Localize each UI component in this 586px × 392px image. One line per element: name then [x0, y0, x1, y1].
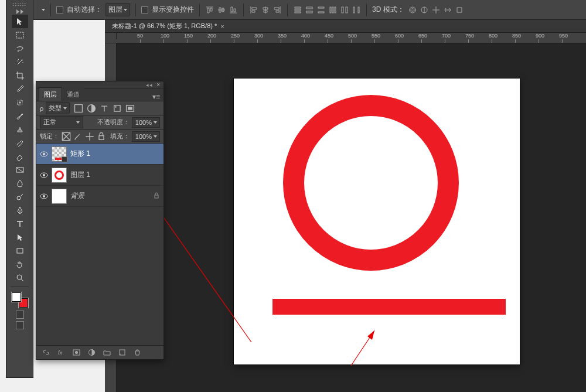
pan-3d-icon[interactable] [431, 5, 441, 15]
toolbox-collapse[interactable] [6, 9, 33, 15]
svg-point-40 [43, 153, 45, 155]
distribute-bottom-icon[interactable] [316, 5, 326, 15]
layer-name[interactable]: 背景 [70, 191, 84, 201]
lock-position-icon[interactable] [85, 132, 94, 141]
align-vcenter-icon[interactable] [217, 5, 226, 15]
distribute-right-icon[interactable] [352, 5, 361, 15]
blend-mode-dropdown[interactable]: 正常 [40, 116, 83, 128]
orbit-3d-icon[interactable] [408, 5, 417, 15]
type-tool[interactable] [12, 217, 28, 230]
panel-menu-icon[interactable]: ▾≡ [152, 93, 160, 101]
roll-3d-icon[interactable] [420, 5, 429, 15]
visibility-toggle-icon[interactable] [40, 171, 48, 179]
svg-rect-45 [155, 195, 158, 198]
align-hcenter-icon[interactable] [261, 5, 270, 15]
layer-row-background[interactable]: 背景 [36, 186, 163, 207]
fill-input[interactable]: 100% [132, 131, 160, 142]
viewport[interactable] [117, 43, 586, 392]
quickmask-toggle[interactable] [16, 311, 24, 319]
eyedropper-tool[interactable] [12, 82, 28, 96]
document-tab[interactable]: 未标题-1 @ 66.7% (矩形 1, RGB/8) * × [108, 20, 228, 32]
svg-rect-8 [332, 7, 333, 13]
align-bottom-icon[interactable] [229, 5, 238, 15]
path-selection-tool[interactable] [12, 230, 28, 244]
toolbox-grip[interactable]: ∷∷∷ [13, 2, 27, 8]
opacity-input[interactable]: 100% [132, 117, 160, 128]
align-top-icon[interactable] [205, 5, 214, 15]
filter-type-dropdown[interactable]: 类型 [46, 102, 70, 114]
svg-point-15 [410, 9, 415, 11]
layer-filter-row: ρ 类型 [36, 101, 163, 115]
layer-row-rect1[interactable]: 矩形 1 [36, 144, 163, 165]
distribute-top-icon[interactable] [293, 5, 302, 15]
lock-transparent-icon[interactable] [62, 132, 71, 141]
visibility-toggle-icon[interactable] [40, 150, 48, 158]
filter-shape-icon[interactable] [112, 104, 122, 113]
align-right-icon[interactable] [272, 5, 282, 15]
filter-adjust-icon[interactable] [86, 104, 97, 113]
screenmode-toggle[interactable] [16, 321, 24, 329]
layer-thumbnail[interactable] [52, 146, 67, 162]
layer-mask-icon[interactable] [71, 348, 81, 357]
close-panel-icon[interactable]: × [156, 81, 160, 88]
color-swatches[interactable] [11, 292, 29, 308]
filter-type-icon[interactable] [99, 104, 110, 113]
layer-thumbnail[interactable] [52, 168, 67, 183]
layer-name[interactable]: 矩形 1 [70, 149, 90, 159]
lasso-tool[interactable] [12, 42, 28, 55]
auto-select-checkbox[interactable] [56, 6, 63, 13]
dodge-tool[interactable] [12, 190, 28, 203]
zoom-tool[interactable] [12, 271, 28, 284]
crop-tool[interactable] [12, 69, 28, 82]
history-brush-tool[interactable] [12, 136, 28, 149]
move-tool[interactable] [12, 15, 28, 28]
magic-wand-tool[interactable] [12, 55, 28, 69]
divider [366, 4, 367, 16]
hand-tool[interactable] [12, 257, 28, 271]
ruler-horizontal[interactable]: 0501001502002503003504004505005506006507… [117, 33, 586, 43]
svg-rect-12 [353, 7, 355, 13]
collapse-arrows-icon[interactable]: ◂◂ [146, 82, 153, 88]
layer-row-layer1[interactable]: 图层 1 [36, 165, 163, 186]
filter-pixel-icon[interactable] [73, 104, 84, 113]
auto-select-target-dropdown[interactable]: 图层 [105, 3, 130, 16]
layer-thumbnail[interactable] [52, 189, 67, 204]
layer-name[interactable]: 图层 1 [70, 170, 90, 180]
svg-point-25 [18, 50, 19, 52]
show-transform-checkbox[interactable] [141, 6, 148, 13]
layer-style-icon[interactable]: fx [56, 348, 66, 357]
delete-layer-icon[interactable] [132, 348, 142, 357]
scale-3d-icon[interactable] [455, 5, 464, 15]
clone-stamp-tool[interactable] [12, 122, 28, 136]
close-tab-icon[interactable]: × [220, 23, 224, 30]
visibility-toggle-icon[interactable] [40, 192, 48, 200]
distribute-left-icon[interactable] [328, 5, 338, 15]
new-layer-icon[interactable] [117, 348, 127, 357]
link-layers-icon[interactable] [41, 348, 50, 357]
svg-rect-38 [99, 135, 104, 139]
distribute-vcenter-icon[interactable] [305, 5, 314, 15]
rectangle-tool[interactable] [12, 244, 28, 257]
lock-all-icon[interactable] [97, 132, 106, 141]
lock-image-icon[interactable] [73, 132, 83, 141]
group-icon[interactable] [102, 348, 111, 357]
chevron-down-icon[interactable] [42, 9, 45, 11]
slide-3d-icon[interactable] [443, 5, 452, 15]
filter-smart-icon[interactable] [125, 104, 135, 113]
brush-tool[interactable] [12, 109, 28, 122]
eraser-tool[interactable] [12, 149, 28, 163]
show-transform-label: 显示变换控件 [152, 5, 194, 15]
distribute-group [293, 5, 361, 15]
adjustment-layer-icon[interactable] [87, 348, 96, 357]
chevron-down-icon [124, 9, 127, 11]
blur-tool[interactable] [12, 176, 28, 190]
distribute-hcenter-icon[interactable] [340, 5, 349, 15]
gradient-tool[interactable] [12, 163, 28, 176]
healing-brush-tool[interactable] [12, 96, 28, 109]
marquee-tool[interactable] [12, 28, 28, 42]
tab-channels[interactable]: 通道 [62, 88, 84, 101]
pen-tool[interactable] [12, 203, 28, 217]
tab-layers[interactable]: 图层 [39, 87, 62, 101]
foreground-color-swatch[interactable] [11, 292, 22, 302]
align-left-icon[interactable] [249, 5, 258, 15]
